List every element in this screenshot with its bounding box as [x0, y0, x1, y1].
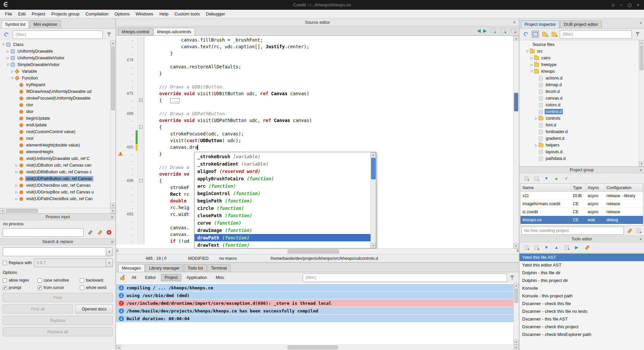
message-row[interactable]: iusing /usr/bin/dmd (dmd)	[116, 292, 513, 299]
messages-funnel-button[interactable]	[508, 274, 516, 281]
tab-symbol-list[interactable]: Symbol list	[1, 20, 29, 28]
tree-item-tryrepaint[interactable]: tryRepaint	[0, 81, 110, 88]
tool-item-dolphin-this-project-dir[interactable]: Dolphin - this project dir	[519, 277, 644, 284]
tree-item-elementheight[interactable]: elementHeight	[0, 149, 110, 155]
tool-item-yatol-this-file-ast[interactable]: Yatol this file AST	[519, 253, 644, 261]
code-line[interactable]: 475 override void visit(UDBitButton udc,…	[116, 90, 513, 97]
close-panel-icon[interactable]: ×	[111, 239, 113, 244]
project-row-x11[interactable]: x11DUBasyncrelease - library	[521, 192, 643, 200]
menu-windows[interactable]: Windows	[133, 10, 156, 17]
completion-item-begincontrol[interactable]: beginControl(function)	[195, 190, 370, 197]
replace-button[interactable]: Replace	[3, 316, 113, 325]
checkbox-backward[interactable]: backward	[80, 278, 113, 283]
remove-tool-button[interactable]: ×	[533, 244, 540, 251]
menu-options[interactable]: Options	[111, 10, 133, 17]
files-filter-input[interactable]	[560, 30, 632, 39]
opened-docs-button[interactable]: Opened docs	[76, 304, 113, 313]
tree-item-pathdata-d[interactable]: pathdata.d	[519, 155, 639, 162]
refresh-files-button[interactable]	[522, 31, 530, 38]
completion-item-beginpath[interactable]: beginPath(function)	[195, 197, 370, 205]
completion-item-arc[interactable]: arc(function)	[195, 182, 370, 190]
tool-item-konsole-this-project-path[interactable]: Konsole - this project path	[519, 292, 644, 300]
scroll-right-icon[interactable]: ▸	[517, 249, 519, 252]
menu-edit[interactable]: Edit	[15, 10, 29, 17]
tab-kheops-control[interactable]: kheops.control	[118, 28, 153, 36]
filter-editor[interactable]: Editor	[141, 274, 160, 281]
tree-item-class[interactable]: ▽Class	[0, 41, 110, 48]
expand-icon[interactable]: ▷	[14, 190, 19, 194]
tab-project-inspector[interactable]: Project inspector	[521, 20, 559, 28]
fold-expand-icon[interactable]: +	[139, 99, 143, 102]
chevron-down-icon[interactable]: ▾	[106, 247, 113, 256]
tab-mini-explorer[interactable]: Mini explorer	[30, 20, 61, 28]
filter-project[interactable]: Project	[161, 274, 182, 281]
scrollbar-thumb[interactable]	[514, 93, 518, 111]
code-line[interactable]: 485 canvas.dra	[116, 144, 513, 151]
checkbox-allow-regex[interactable]: allow regex	[3, 278, 38, 283]
tab-dub-project-editor[interactable]: DUB project editor	[560, 20, 602, 28]
scroll-up-icon[interactable]: ▴	[514, 283, 519, 288]
tree-item-dtor[interactable]: dtor	[0, 108, 110, 115]
tree-item-visit-uniformlydrawable-udc-ref-c[interactable]: visit(UniformlyDrawable udc, ref C	[0, 155, 110, 162]
tool-item-dscanner-check-this-project[interactable]: Dscanner - check this project	[519, 323, 644, 331]
process-input-field[interactable]	[3, 228, 84, 237]
expand-icon[interactable]: ▷	[534, 117, 538, 120]
scrollbar-thumb[interactable]	[6, 209, 38, 213]
close-window-icon[interactable]: ×	[637, 3, 639, 7]
scroll-right-icon[interactable]: ▸	[110, 208, 115, 213]
project-row-kheops-ce[interactable]: kheops.ceCEwaitdebug	[521, 216, 643, 224]
close-panel-icon[interactable]: ×	[111, 215, 113, 220]
close-file-button[interactable]: ×	[509, 27, 517, 34]
expand-icon[interactable]: ▷	[530, 56, 534, 60]
select-configuration-button[interactable]: ✓	[563, 175, 570, 182]
tree-item-fontloader-d[interactable]: fontloader.d	[519, 128, 639, 135]
tool-item-yatol-this-editor-ast[interactable]: Yatol this editor AST	[519, 261, 644, 269]
tree-item-uniformlydrawable[interactable]: ▷UniformlyDrawable	[0, 48, 110, 55]
menu-project[interactable]: Project	[29, 10, 48, 17]
tool-item-konsole[interactable]: Konsole	[519, 284, 644, 292]
move-project-down-button[interactable]: ▼	[543, 175, 550, 182]
message-row[interactable]: iBuild duration: 00:00:04	[116, 315, 513, 322]
menu-debugger[interactable]: Debugger	[203, 10, 228, 17]
scroll-up-icon[interactable]: ▴	[513, 36, 519, 41]
chevron-down-icon[interactable]: ▾	[106, 258, 113, 267]
replace-all-button[interactable]: Replace all	[3, 327, 113, 336]
tree-item-gradient-d[interactable]: gradient.d	[519, 135, 639, 142]
code-line[interactable]: .+ { ...	[116, 97, 513, 104]
completion-item-drawimage[interactable]: drawImage(function)	[195, 227, 370, 234]
tab-kheops-udcontrols[interactable]: kheops.udcontrols	[153, 28, 195, 36]
column-header-name[interactable]: Name	[521, 184, 571, 191]
scroll-down-icon[interactable]: ▾	[513, 243, 519, 248]
tree-item-canvas-d[interactable]: canvas.d	[519, 95, 639, 102]
tree-item-visit-udpathbutton-udc-ref-canvas[interactable]: visit(UDPathButton udc, ref Canvas	[0, 175, 110, 182]
clear-messages-button[interactable]	[119, 274, 127, 281]
close-panel-icon[interactable]: ×	[639, 20, 642, 25]
expand-icon[interactable]: ▷	[14, 197, 19, 200]
messages-vscrollbar[interactable]: ▴ ▾	[513, 283, 519, 345]
editor-vscrollbar[interactable]: ▴ ▾	[513, 36, 519, 248]
message-row[interactable]: icompiling / ... /kheops/kheops.ce	[116, 284, 513, 291]
scroll-up-icon[interactable]: ▴	[371, 152, 376, 157]
run-tool-button[interactable]: ▶	[573, 244, 580, 251]
tree-item-beginupdate[interactable]: beginUpdate	[0, 115, 110, 122]
tree-item-layouts-d[interactable]: layouts.d	[519, 149, 639, 155]
menu-projects-group[interactable]: Projects group	[48, 10, 83, 17]
message-row[interactable]: !/usr/include/dmd/druntime/import/core/e…	[116, 299, 513, 307]
tree-item-strokefocused-uniformlydrawable[interactable]: strokeFocused(UniformlyDrawable	[0, 95, 110, 102]
tree-item-function[interactable]: ▽Function	[0, 75, 110, 81]
tree-item-freetype[interactable]: ▷freetype	[519, 61, 639, 68]
expand-icon[interactable]: ▷	[14, 170, 19, 174]
code-line[interactable]: . /// Draws a UDBitButton.	[116, 83, 513, 90]
expand-icon[interactable]: ▷	[6, 56, 10, 60]
collapse-icon[interactable]: ▽	[1, 43, 6, 46]
symbol-tree-hscrollbar[interactable]: ◂ ▸	[0, 208, 115, 213]
code-line[interactable]: . override void visit(UDPathButton udc, …	[116, 117, 513, 124]
editor-hscrollbar[interactable]: ◂ ▸	[116, 248, 519, 254]
tree-item-endupdate[interactable]: endUpdate	[0, 122, 110, 128]
remove-folder-button[interactable]: ×	[550, 31, 558, 38]
tab-library-manager[interactable]: Library manager	[145, 264, 183, 272]
project-row-iz-coedit[interactable]: iz.coeditCEasyncrelease	[521, 208, 643, 216]
checkbox-from-cursor[interactable]: ✓from cursor	[38, 285, 80, 290]
scroll-down-icon[interactable]: ▾	[514, 340, 519, 345]
add-free-project-button[interactable]: +	[635, 227, 642, 234]
